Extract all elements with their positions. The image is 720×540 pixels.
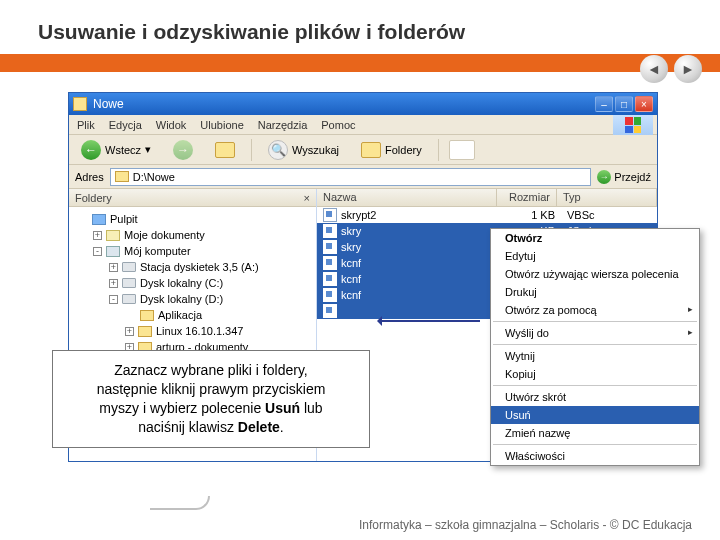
menu-view[interactable]: Widok [156,119,187,131]
callout-line: naciśnij klawisz Delete. [65,418,357,437]
folder-icon [140,310,154,321]
menu-delete[interactable]: Usuń [491,406,699,424]
col-type[interactable]: Typ [557,189,657,206]
close-tree-button[interactable]: × [304,192,310,204]
folder-tree[interactable]: Pulpit+Moje dokumenty-Mój komputer+Stacj… [69,207,316,359]
file-name: kcnf [341,273,501,285]
menu-favorites[interactable]: Ulubione [200,119,243,131]
slide-nav: ◄ ► [640,55,702,83]
drive-icon [122,294,136,304]
file-name: skrypt2 [341,209,501,221]
go-icon: → [597,170,611,184]
menu-cut[interactable]: Wytnij [491,347,699,365]
menu-separator [493,344,697,345]
file-name: skry [341,225,501,237]
window-titlebar[interactable]: Nowe – □ × [69,93,657,115]
tree-item-label: Dysk lokalny (C:) [140,277,223,289]
file-row[interactable]: skrypt21 KBVBSc [317,207,657,223]
expand-toggle[interactable]: + [125,327,134,336]
expand-toggle[interactable]: - [93,247,102,256]
go-label: Przejdź [614,171,651,183]
file-name: kcnf [341,289,501,301]
views-button[interactable] [449,140,475,160]
menu-print[interactable]: Drukuj [491,283,699,301]
menu-open-with[interactable]: Otwórz za pomocą [491,301,699,319]
tree-item[interactable]: Pulpit [73,211,312,227]
file-icon [323,272,337,286]
file-type: VBSc [561,209,657,221]
search-button[interactable]: 🔍Wyszukaj [262,138,345,162]
list-header: Nazwa Rozmiar Typ [317,189,657,207]
tree-item[interactable]: +Dysk lokalny (C:) [73,275,312,291]
tree-item[interactable]: +Linux 16.10.1.347 [73,323,312,339]
menu-shortcut[interactable]: Utwórz skrót [491,388,699,406]
menu-send-to[interactable]: Wyślij do [491,324,699,342]
address-bar: Adres D:\Nowe →Przejdź [69,165,657,189]
tree-item-label: Mój komputer [124,245,191,257]
tree-item[interactable]: -Dysk lokalny (D:) [73,291,312,307]
folder-icon [138,326,152,337]
up-button[interactable] [209,140,241,160]
callout-line: następnie kliknij prawym przyciskiem [65,380,357,399]
window-title: Nowe [93,97,124,111]
windows-logo-icon [613,115,653,135]
back-button[interactable]: ←Wstecz ▾ [75,138,157,162]
up-icon [215,142,235,158]
menu-file[interactable]: Plik [77,119,95,131]
slide-footer: Informatyka – szkoła gimnazjalna – Schol… [0,518,720,532]
divider-bar [0,54,720,72]
menu-separator [493,444,697,445]
drive-icon [122,278,136,288]
menu-properties[interactable]: Właściwości [491,447,699,465]
menu-copy[interactable]: Kopiuj [491,365,699,383]
menu-edit-file[interactable]: Edytuj [491,247,699,265]
menu-separator [493,385,697,386]
search-icon: 🔍 [268,140,288,160]
tree-item[interactable]: +Moje dokumenty [73,227,312,243]
search-label: Wyszukaj [292,144,339,156]
tree-item[interactable]: +Stacja dyskietek 3,5 (A:) [73,259,312,275]
expand-toggle[interactable]: + [109,263,118,272]
next-slide-button[interactable]: ► [674,55,702,83]
expand-toggle[interactable]: - [109,295,118,304]
menu-separator [493,321,697,322]
tree-item[interactable]: -Mój komputer [73,243,312,259]
folders-icon [361,142,381,158]
file-icon [323,240,337,254]
file-size: 1 KB [501,209,561,221]
menu-rename[interactable]: Zmień nazwę [491,424,699,442]
maximize-button[interactable]: □ [615,96,633,112]
expand-toggle[interactable]: + [93,231,102,240]
tree-header: Foldery× [69,189,316,207]
file-icon [323,304,337,318]
mydoc-icon [106,230,120,241]
minimize-button[interactable]: – [595,96,613,112]
slide-title: Usuwanie i odzyskiwanie plików i folderó… [0,0,720,54]
menu-help[interactable]: Pomoc [321,119,355,131]
address-input[interactable]: D:\Nowe [110,168,592,186]
tree-item-label: Dysk lokalny (D:) [140,293,223,305]
col-size[interactable]: Rozmiar [497,189,557,206]
close-button[interactable]: × [635,96,653,112]
footer-ornament [150,496,210,510]
menu-open-cmd[interactable]: Otwórz używając wiersza polecenia [491,265,699,283]
go-button[interactable]: →Przejdź [597,170,651,184]
menu-open[interactable]: Otwórz [491,229,699,247]
drive-icon [122,262,136,272]
menu-edit[interactable]: Edycja [109,119,142,131]
tree-item[interactable]: Aplikacja [73,307,312,323]
folder-icon [115,171,129,182]
tree-item-label: Linux 16.10.1.347 [156,325,243,337]
expand-toggle[interactable]: + [109,279,118,288]
menu-bar: Plik Edycja Widok Ulubione Narzędzia Pom… [69,115,657,135]
col-name[interactable]: Nazwa [317,189,497,206]
desktop-icon [92,214,106,225]
prev-slide-button[interactable]: ◄ [640,55,668,83]
callout-arrow [380,320,480,322]
instruction-callout: Zaznacz wybrane pliki i foldery, następn… [52,350,370,448]
toolbar: ←Wstecz ▾ → 🔍Wyszukaj Foldery [69,135,657,165]
menu-tools[interactable]: Narzędzia [258,119,308,131]
folders-button[interactable]: Foldery [355,140,428,160]
forward-button[interactable]: → [167,138,199,162]
context-menu: Otwórz Edytuj Otwórz używając wiersza po… [490,228,700,466]
